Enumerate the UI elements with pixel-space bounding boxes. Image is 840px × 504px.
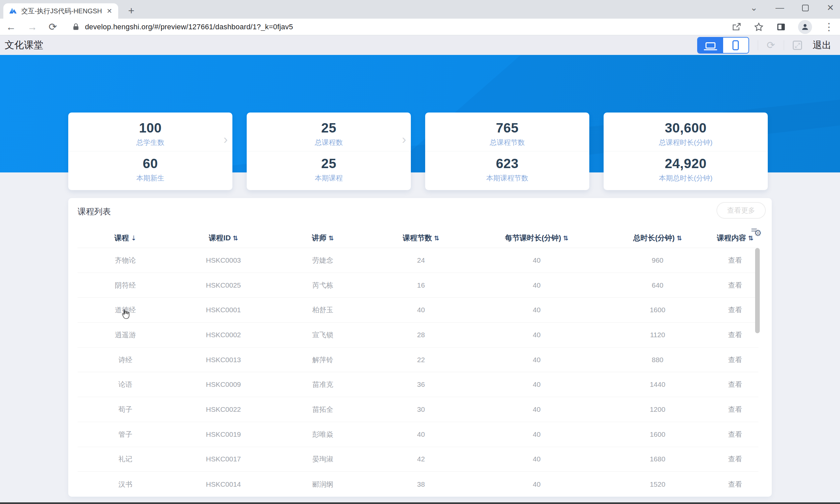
column-label: 每节课时长(分钟): [505, 234, 561, 242]
refresh-icon[interactable]: ⟳: [767, 40, 775, 50]
column-header[interactable]: 每节课时长(分钟)⇅: [470, 233, 603, 243]
cell-session-count: 28: [372, 331, 470, 339]
window-minimize-icon[interactable]: —: [775, 3, 784, 13]
stat-value: 765: [425, 121, 589, 136]
view-content-link[interactable]: 查看: [712, 480, 758, 489]
cell-course-id: HSKC0014: [173, 480, 274, 488]
stat-value: 25: [247, 121, 411, 136]
cell-course-id: HSKC0003: [173, 256, 274, 264]
cell-course-id: HSKC0009: [173, 380, 274, 389]
table-scrollbar[interactable]: [755, 248, 760, 333]
primary-stat: 30,600 总课程时长(分钟): [604, 119, 768, 151]
view-content-link[interactable]: 查看: [712, 380, 758, 389]
chevron-right-icon[interactable]: ›: [402, 133, 406, 146]
column-header[interactable]: 课程ID⇅: [173, 233, 274, 243]
view-content-link[interactable]: 查看: [712, 355, 758, 364]
exit-button[interactable]: 退出: [813, 39, 832, 52]
view-content-link[interactable]: 查看: [712, 305, 758, 314]
view-content-link[interactable]: 查看: [712, 330, 758, 340]
cell-total-minutes: 1600: [603, 306, 712, 314]
cell-teacher: 苗准克: [274, 380, 372, 389]
view-content-link[interactable]: 查看: [712, 256, 758, 265]
cell-minutes-per-session: 40: [470, 356, 603, 364]
side-panel-icon[interactable]: [776, 22, 786, 32]
column-label: 课程节数: [403, 234, 432, 242]
cell-course-id: HSKC0025: [173, 281, 274, 289]
mobile-view-button[interactable]: [723, 38, 748, 53]
divider: [784, 40, 784, 50]
secondary-stat: 24,920 本期总时长(分钟): [604, 151, 768, 187]
laptop-icon: [705, 42, 715, 49]
stat-cards-row: 100 总学生数 60 本期新生 › 25 总课程数 25 本期课程 › 765…: [68, 112, 769, 190]
chevron-right-icon[interactable]: ›: [224, 133, 228, 146]
view-content-link[interactable]: 查看: [712, 454, 758, 464]
view-content-link[interactable]: 查看: [712, 430, 758, 439]
sort-icon: ⇅: [434, 235, 440, 242]
column-header[interactable]: 课程⇣: [77, 233, 173, 243]
view-content-link[interactable]: 查看: [712, 281, 758, 290]
cell-teacher: 解萍铃: [274, 355, 372, 364]
table-row: 管子 HSKC0019 彭唯焱 40 40 1600 查看: [77, 422, 758, 447]
table-row: 阴符经 HSKC0025 芮弋栋 16 40 640 查看: [77, 273, 758, 298]
column-header[interactable]: 总时长(分钟)⇅: [603, 233, 712, 243]
bookmark-star-icon[interactable]: [753, 22, 764, 32]
sort-icon: ⇅: [677, 235, 682, 242]
stat-value: 623: [425, 156, 589, 171]
cell-course-name: 礼记: [77, 454, 173, 464]
fullscreen-icon[interactable]: ⤢: [793, 41, 802, 50]
secondary-stat: 60 本期新生: [68, 151, 232, 187]
view-more-button[interactable]: 查看更多: [716, 202, 766, 219]
tab-close-icon[interactable]: ✕: [106, 7, 113, 15]
cell-total-minutes: 1440: [603, 380, 712, 389]
stat-value: 30,600: [604, 121, 768, 136]
course-list-card: 课程列表 查看更多 ⚙ 课程⇣ 课程ID⇅ 讲师⇅ 课程节数⇅ 每节课时长(分钟…: [68, 198, 772, 497]
cell-minutes-per-session: 40: [470, 306, 603, 314]
cell-session-count: 36: [372, 380, 470, 389]
desktop-view-button[interactable]: [698, 38, 723, 53]
stat-value: 100: [68, 121, 232, 136]
cell-course-id: HSKC0001: [173, 306, 274, 314]
cell-session-count: 16: [372, 281, 470, 289]
stat-card: 25 总课程数 25 本期课程 ›: [247, 112, 411, 190]
profile-avatar[interactable]: [798, 20, 812, 34]
table-body: 齐物论 HSKC0003 劳婕念 24 40 960 查看 阴符经 HSKC00…: [77, 248, 758, 497]
window-close-icon[interactable]: ✕: [827, 3, 834, 13]
cell-course-name: 逍遥游: [77, 330, 173, 340]
column-header[interactable]: 课程内容⇅: [712, 233, 758, 243]
new-tab-button[interactable]: +: [128, 5, 135, 16]
view-content-link[interactable]: 查看: [712, 405, 758, 414]
cell-session-count: 38: [372, 480, 470, 488]
cell-session-count: 40: [372, 306, 470, 314]
sort-icon: ⇅: [748, 235, 753, 242]
forward-icon[interactable]: →: [27, 21, 37, 33]
back-icon[interactable]: ←: [6, 21, 16, 33]
cell-total-minutes: 1520: [603, 480, 712, 488]
stat-label: 总课程数: [247, 138, 411, 147]
reload-icon[interactable]: ⟳: [49, 21, 57, 33]
window-maximize-icon[interactable]: [802, 5, 809, 11]
window-menu-icon[interactable]: ⌄: [750, 3, 757, 13]
cell-course-name: 管子: [77, 430, 173, 439]
stat-card: 765 总课程节数 623 本期课程节数 ›: [425, 112, 589, 190]
cell-teacher: 芮弋栋: [274, 281, 372, 290]
share-icon[interactable]: [731, 22, 741, 32]
app-header: 文化课堂 ⟳ ⤢ 退出: [0, 36, 840, 55]
cell-course-id: HSKC0017: [173, 455, 274, 463]
address-bar[interactable]: develop.hengshi.org/#/preview/127661/das…: [85, 23, 725, 31]
table-row: 齐物论 HSKC0003 劳婕念 24 40 960 查看: [77, 248, 758, 273]
stat-value: 60: [68, 156, 232, 171]
browser-menu-icon[interactable]: ⋮: [824, 21, 834, 33]
column-header[interactable]: 讲师⇅: [274, 233, 372, 243]
primary-stat: 25 总课程数: [247, 119, 411, 151]
cell-total-minutes: 1120: [603, 331, 712, 339]
cell-session-count: 42: [372, 455, 470, 463]
primary-stat: 765 总课程节数: [425, 119, 589, 151]
stat-card: 30,600 总课程时长(分钟) 24,920 本期总时长(分钟) ›: [604, 112, 768, 190]
lock-icon: [72, 23, 80, 31]
cell-minutes-per-session: 40: [470, 281, 603, 289]
browser-tab[interactable]: 交互-执行JS代码-HENGSHI ✕: [3, 3, 118, 19]
cell-minutes-per-session: 40: [470, 380, 603, 389]
window-bottom-edge: [0, 502, 840, 504]
column-header[interactable]: 课程节数⇅: [372, 233, 470, 243]
secondary-stat: 25 本期课程: [247, 151, 411, 187]
